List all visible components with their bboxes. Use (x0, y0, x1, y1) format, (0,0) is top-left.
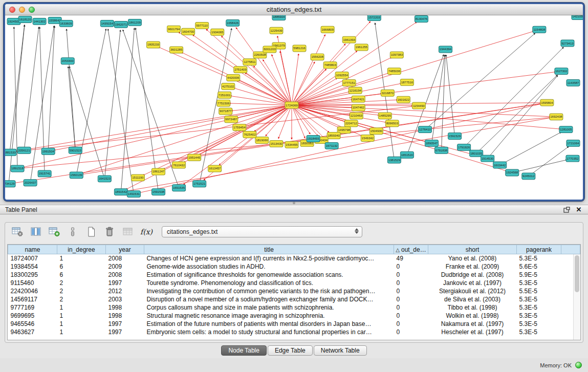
graph-node[interactable]: 9601794 (167, 26, 181, 32)
graph-node[interactable]: 1511190 (131, 174, 144, 181)
table-cell[interactable]: Dudbridge et al. (2008) (428, 271, 517, 279)
tab-edge-table[interactable]: Edge Table (268, 345, 313, 356)
graph-node[interactable]: 1891542 (114, 189, 127, 195)
graph-node[interactable]: 2204712 (344, 120, 358, 127)
row-selection-icon[interactable] (64, 225, 81, 239)
table-cell[interactable]: 22420046 (8, 287, 57, 295)
graph-node[interactable]: 1692438 (550, 114, 563, 120)
graph-node[interactable]: 1751521 (193, 181, 206, 187)
graph-node[interactable]: 1671132 (325, 142, 338, 149)
graph-node[interactable]: 9273413 (561, 40, 574, 47)
table-cell[interactable]: 1 (57, 320, 106, 328)
new-column-icon[interactable] (46, 225, 62, 239)
function-builder-icon[interactable]: f(x) (138, 225, 155, 239)
graph-node[interactable]: 1924568 (506, 169, 519, 176)
table-cell[interactable]: 5.5E-5 (517, 287, 561, 295)
scrollbar-thumb[interactable] (575, 255, 579, 292)
graph-node[interactable]: 7751506 (217, 100, 230, 106)
table-cell[interactable]: 18724007 (8, 254, 57, 262)
delete-table-icon[interactable] (101, 225, 118, 239)
table-row[interactable]: 1872400712008Changes of HCN gene express… (8, 254, 580, 262)
graph-node[interactable]: 9245012 (522, 173, 535, 180)
table-cell[interactable]: Investigating the contribution of common… (144, 287, 394, 295)
graph-node[interactable]: 1877516 (400, 79, 413, 85)
table-cell[interactable]: Tourette syndrome. Phenomenology and cla… (144, 279, 394, 287)
table-cell[interactable]: 5.3E-5 (517, 295, 561, 303)
graph-node[interactable]: 1560139 (70, 172, 83, 179)
table-cell[interactable]: 0 (394, 262, 428, 271)
graph-node[interactable]: 1421059 (572, 15, 583, 19)
column-header-year[interactable]: year (106, 245, 144, 254)
table-row[interactable]: 2242004622012Investigating the contribut… (8, 287, 580, 295)
table-cell[interactable]: Nakamura et al. (1997) (428, 320, 517, 328)
table-cell[interactable]: Wolkin et al. (1998) (428, 312, 517, 320)
graph-node[interactable]: 1047462 (352, 104, 365, 111)
table-cell[interactable]: 2003 (106, 295, 144, 303)
table-row[interactable]: 1938455462009Genome-wide association stu… (8, 262, 580, 271)
graph-node[interactable]: 3216870 (381, 90, 394, 96)
graph-node[interactable]: 1951445 (188, 154, 201, 161)
graph-node[interactable]: 5901523 (69, 147, 82, 154)
graph-node[interactable]: 1439154 (100, 20, 114, 27)
table-cell[interactable]: 5.9E-5 (517, 271, 561, 279)
window-titlebar[interactable]: citations_edges.txt (5, 4, 583, 15)
table-cell[interactable]: de Silva et al. (2003) (428, 295, 517, 303)
graph-node[interactable]: 1441302 (33, 18, 46, 25)
graph-node[interactable]: 1881533 (5, 149, 16, 156)
graph-node[interactable]: 1604700 (182, 28, 195, 35)
graph-node[interactable]: 9973487 (225, 116, 238, 123)
table-cell[interactable]: 0 (394, 295, 428, 303)
graph-node[interactable]: 2751409 (234, 67, 247, 73)
import-table-icon[interactable] (120, 225, 136, 239)
graph-node[interactable]: 1666809 (321, 26, 334, 33)
graph-node[interactable]: 1961255 (355, 44, 368, 51)
table-cell[interactable]: Embryonic stem cells: a model to study s… (144, 328, 394, 336)
table-cell[interactable]: 18300295 (8, 271, 57, 279)
table-cell[interactable]: 0 (394, 328, 428, 336)
graph-node[interactable]: 1627302 (555, 68, 568, 75)
graph-node[interactable]: 2053300 (61, 58, 74, 64)
graph-node[interactable]: 6791838 (434, 147, 448, 154)
graph-node[interactable]: 1485295 (378, 113, 391, 119)
table-cell[interactable]: 0 (394, 287, 428, 295)
graph-node[interactable]: 9071877 (219, 108, 232, 115)
table-cell[interactable]: 5.3E-5 (517, 254, 561, 262)
table-cell[interactable]: 5.3E-5 (517, 303, 561, 312)
table-row[interactable]: 969969511998Structural magnetic resonanc… (8, 312, 580, 320)
show-columns-icon[interactable] (28, 225, 44, 239)
table-cell[interactable]: 2009 (106, 262, 144, 271)
close-window-icon[interactable] (9, 7, 15, 13)
graph-node[interactable]: 1777151 (342, 79, 356, 86)
graph-node[interactable]: 1275811 (243, 59, 256, 65)
table-cell[interactable]: 5.3E-5 (517, 328, 561, 336)
table-cell[interactable]: 2008 (106, 254, 144, 262)
graph-node[interactable]: 1143587 (567, 79, 580, 86)
graph-node[interactable]: 5977110 (195, 22, 209, 29)
graph-node[interactable]: 1225439 (270, 27, 283, 34)
network-canvas[interactable]: 1961379598121615562087485803109255417771… (5, 15, 583, 200)
table-cell[interactable]: Genome-wide association studies in ADHD. (144, 262, 394, 271)
column-header-pagerank[interactable]: pagerank (517, 245, 561, 254)
table-cell[interactable]: Estimation of significance thresholds fo… (144, 271, 394, 279)
network-table-selector[interactable]: citations_edges.txt (162, 226, 362, 237)
graph-node[interactable]: 1991504 (41, 148, 55, 155)
graph-node[interactable]: 1591538 (152, 189, 165, 195)
graph-node[interactable]: 1962071 (114, 21, 127, 28)
graph-node[interactable]: 2026437 (24, 180, 37, 186)
table-row[interactable]: 1830029562008Estimation of significance … (8, 271, 580, 279)
table-cell[interactable]: 1997 (106, 328, 144, 336)
table-cell[interactable]: 1998 (106, 312, 144, 320)
table-row[interactable]: 977716911998Corpus callosum shape and si… (8, 303, 580, 312)
table-cell[interactable]: 5.3E-5 (517, 279, 561, 287)
table-cell[interactable]: Tibbo et al. (1998) (428, 303, 517, 312)
graph-node[interactable]: 7251001 (218, 92, 231, 98)
graph-node[interactable]: 7485036 (387, 68, 401, 75)
graph-node[interactable]: 4420006 (227, 75, 240, 81)
graph-node[interactable]: 1097383 (390, 52, 403, 58)
table-cell[interactable]: 2008 (106, 271, 144, 279)
graph-node[interactable]: 1734129 (5, 181, 15, 187)
column-header-short[interactable]: short (428, 245, 517, 254)
graph-node[interactable]: 1572203 (367, 15, 381, 20)
graph-node[interactable]: 8130476 (415, 15, 428, 22)
graph-node[interactable]: 1658426 (226, 19, 239, 26)
